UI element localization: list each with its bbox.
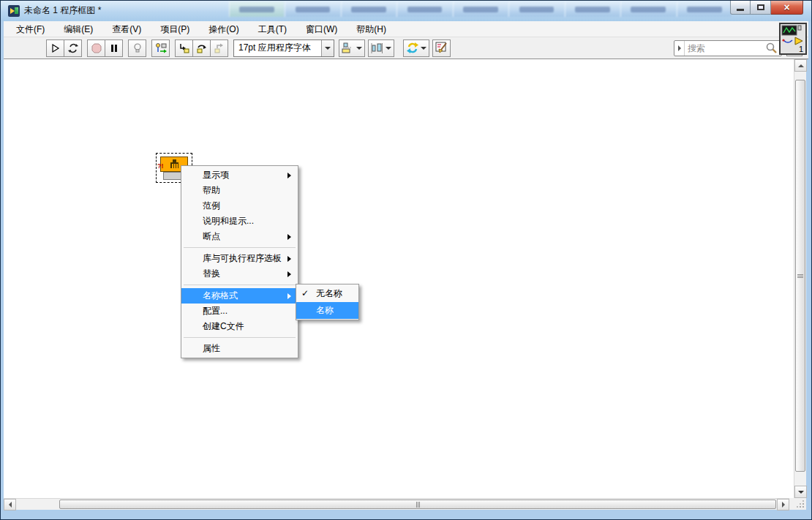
arrow-right-icon [782, 502, 785, 508]
resize-grip[interactable] [789, 498, 806, 510]
vi-index: 1 [799, 45, 803, 53]
run-icon [50, 42, 61, 54]
menu-item-help[interactable]: 帮助 [181, 183, 298, 198]
pause-button[interactable] [105, 39, 123, 57]
close-button[interactable]: × [771, 1, 803, 15]
arrow-down-icon [798, 491, 804, 494]
close-icon: × [783, 2, 789, 12]
chevron-down-icon [325, 47, 331, 50]
menu-separator [184, 247, 296, 248]
ghost-tab [453, 1, 508, 17]
align-objects-icon [342, 42, 353, 54]
menu-item-replace[interactable]: 替换 [181, 266, 298, 282]
maximize-button[interactable] [751, 1, 771, 15]
menu-window[interactable]: 窗口(W) [296, 21, 347, 37]
search-options-icon [678, 45, 681, 51]
step-into-icon [178, 42, 190, 54]
menu-item-examples[interactable]: 范例 [181, 198, 298, 214]
name-format-submenu: ✓ 无名称 名称 [296, 284, 359, 320]
menu-item-properties[interactable]: 属性 [181, 341, 298, 356]
menu-item-create-c-file[interactable]: 创建C文件 [181, 319, 298, 334]
thumb-grip [418, 502, 418, 508]
maximize-icon [757, 4, 764, 10]
reorder-button[interactable] [403, 39, 429, 57]
ghost-tab [677, 1, 732, 17]
toolbar: 17pt 应用程序字体 [4, 37, 808, 59]
clean-up-diagram-icon [435, 42, 448, 54]
menu-separator [184, 337, 296, 338]
abort-icon [91, 42, 102, 54]
chevron-down-icon [356, 47, 362, 50]
step-out-icon [213, 42, 225, 54]
abort-button[interactable] [87, 39, 105, 57]
ghost-tab [285, 1, 339, 17]
menu-item-name-format[interactable]: 名称格式 [181, 288, 298, 304]
clean-up-diagram-button[interactable] [432, 39, 451, 57]
run-continuously-button[interactable] [64, 39, 82, 57]
scroll-left-button[interactable] [4, 499, 16, 510]
menu-tools[interactable]: 工具(T) [249, 21, 296, 37]
menu-view[interactable]: 查看(V) [102, 21, 151, 37]
menu-item-visible-items[interactable]: 显示项 [181, 167, 298, 183]
retain-wire-values-icon [154, 42, 168, 54]
menu-project[interactable]: 项目(P) [151, 21, 199, 37]
block-diagram-canvas[interactable]: ?! [4, 59, 795, 500]
minimize-button[interactable] [730, 1, 751, 15]
window-title: 未命名 1 程序框图 * [24, 1, 101, 21]
thumb-grip [797, 276, 803, 276]
scroll-up-button[interactable] [794, 59, 807, 72]
title-bar-ghost-tabs [229, 1, 732, 17]
horizontal-scrollbar-thumb[interactable] [59, 500, 776, 509]
align-objects-button[interactable] [339, 39, 365, 57]
run-continuously-icon [67, 42, 79, 54]
step-over-icon [195, 42, 208, 54]
scroll-right-button[interactable] [777, 499, 789, 510]
menu-file[interactable]: 文件(F) [7, 21, 54, 37]
resize-grip-dots [802, 506, 804, 508]
vertical-scrollbar[interactable] [794, 59, 806, 498]
labview-block-diagram-window: 未命名 1 程序框图 * × 文件(F) 编辑(E) 查看(V) 项目(P) 操… [0, 0, 812, 520]
step-into-button[interactable] [175, 39, 193, 57]
font-selector-value: 17pt 应用程序字体 [234, 42, 321, 54]
arrow-left-icon [9, 502, 12, 508]
submenu-arrow-icon [287, 234, 291, 240]
search-box[interactable] [674, 40, 782, 56]
highlight-execution-button[interactable] [128, 39, 146, 57]
horizontal-scrollbar[interactable] [4, 498, 789, 510]
search-options-button[interactable] [674, 41, 685, 56]
menu-item-library-palette[interactable]: 库与可执行程序选板 [181, 251, 298, 266]
distribute-objects-icon [371, 42, 383, 54]
vertical-scrollbar-thumb[interactable] [795, 80, 805, 472]
submenu-item-name[interactable]: 名称 [296, 302, 358, 319]
vi-icon-thumbnail[interactable]: 1 [779, 23, 807, 55]
title-bar[interactable]: 未命名 1 程序框图 * × [1, 1, 811, 21]
run-button[interactable] [46, 39, 64, 57]
arrow-up-icon [798, 64, 804, 67]
retain-wire-values-button[interactable] [151, 39, 170, 57]
search-input[interactable] [685, 43, 765, 53]
ghost-tab [396, 1, 451, 17]
step-out-button[interactable] [210, 39, 228, 57]
ghost-tab [341, 1, 396, 17]
distribute-objects-button[interactable] [368, 39, 394, 57]
font-selector[interactable]: 17pt 应用程序字体 [233, 39, 334, 57]
step-over-button[interactable] [192, 39, 211, 57]
menu-operate[interactable]: 操作(O) [199, 21, 248, 37]
menu-item-breakpoint[interactable]: 断点 [181, 229, 298, 244]
font-selector-dropdown-button[interactable] [321, 40, 334, 56]
search-icon [765, 42, 778, 55]
menu-item-description-and-tip[interactable]: 说明和提示... [181, 214, 298, 229]
ghost-tab [508, 1, 563, 17]
chevron-down-icon [421, 47, 426, 50]
ghost-tab [620, 1, 675, 17]
menu-bar: 文件(F) 编辑(E) 查看(V) 项目(P) 操作(O) 工具(T) 窗口(W… [4, 21, 808, 37]
window-controls: × [730, 1, 803, 15]
menu-help[interactable]: 帮助(H) [347, 21, 396, 37]
submenu-arrow-icon [287, 173, 291, 178]
menu-edit[interactable]: 编辑(E) [54, 21, 102, 37]
menu-item-configure[interactable]: 配置... [181, 304, 298, 319]
node-warning-badge: ?! [157, 162, 164, 170]
submenu-item-no-name[interactable]: ✓ 无名称 [296, 285, 358, 302]
checkmark-icon: ✓ [301, 285, 309, 302]
scroll-down-button[interactable] [794, 486, 807, 498]
